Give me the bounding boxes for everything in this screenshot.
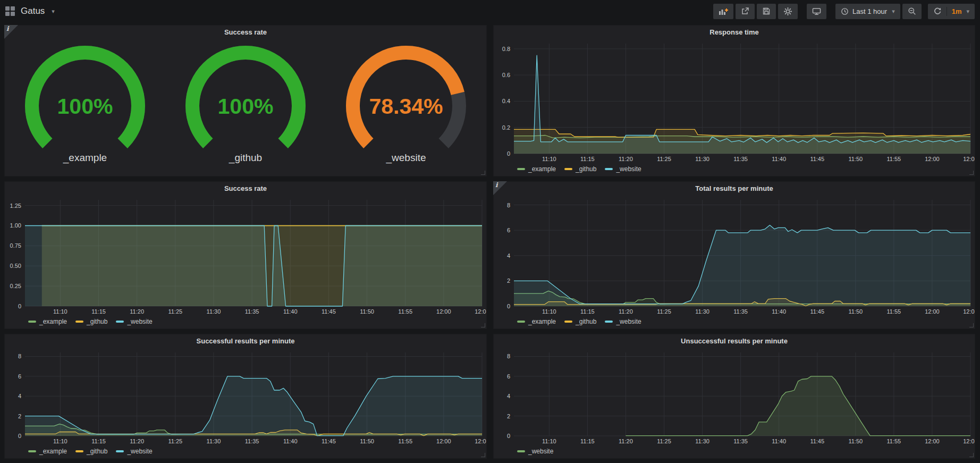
share-button[interactable] [736,4,755,19]
legend-item-_website[interactable]: _website [116,318,152,325]
svg-text:0: 0 [507,433,510,439]
gauge-label: _github [229,152,262,164]
gauge-label: _example [63,152,107,164]
legend-label: _website [616,318,641,325]
panel-info-icon[interactable]: i [4,25,18,39]
panel-unsuccessful-results: Unsuccessful results per minute 0246811:… [493,334,975,459]
dashboard-title-caret-icon[interactable]: ▾ [52,8,55,15]
legend-item-_github[interactable]: _github [564,165,596,173]
chart-legend: _website [494,445,975,458]
legend-color-dash [517,168,525,170]
svg-text:11:15: 11:15 [580,438,595,444]
svg-text:0.8: 0.8 [502,46,510,52]
legend-item-_github[interactable]: _github [75,318,107,325]
svg-text:11:45: 11:45 [322,438,336,444]
gauge-_website: 78.34%_website [336,42,476,164]
panel-title[interactable]: Unsuccessful results per minute [494,334,975,348]
panel-resize-handle[interactable] [969,323,974,327]
svg-text:11:10: 11:10 [542,308,556,315]
chart-canvas[interactable]: 00.250.500.751.001.2511:1011:1511:2011:2… [5,195,486,316]
panel-success-rate-gauges: i Success rate 100%_example100%_github78… [4,25,487,176]
gauge-arc: 78.34% [336,42,476,151]
legend-color-dash [116,450,124,452]
legend-item-_example[interactable]: _example [28,448,67,455]
svg-text:11:45: 11:45 [810,156,824,162]
svg-text:11:25: 11:25 [657,438,671,444]
svg-text:11:20: 11:20 [619,308,633,315]
legend-item-_github[interactable]: _github [564,318,596,325]
chart-canvas[interactable]: 0246811:1011:1511:2011:2511:3011:3511:40… [5,348,486,445]
panel-resize-handle[interactable] [481,453,485,457]
zoom-out-button[interactable] [902,4,922,19]
svg-text:0: 0 [18,303,21,309]
svg-text:11:35: 11:35 [245,438,259,444]
svg-text:11:30: 11:30 [207,438,221,444]
panel-title[interactable]: Response time [494,26,975,39]
svg-text:11:10: 11:10 [542,156,556,162]
svg-text:11:20: 11:20 [130,308,144,315]
add-panel-button[interactable] [713,4,733,19]
panel-title[interactable]: Success rate [5,182,486,195]
refresh-interval-caret-icon[interactable]: ▾ [966,8,969,15]
panel-resize-handle[interactable] [969,171,974,175]
legend-item-_github[interactable]: _github [75,448,107,455]
refresh-button-group[interactable]: 1m ▾ [928,4,975,19]
legend-color-dash [75,321,83,323]
legend-color-dash [517,450,525,452]
legend-item-_website[interactable]: _website [517,448,553,455]
gauge-label: _website [386,152,426,164]
svg-text:11:25: 11:25 [657,156,671,162]
svg-text:11:30: 11:30 [695,438,709,444]
panel-resize-handle[interactable] [481,323,485,327]
dashboard-title[interactable]: Gatus [21,6,45,16]
legend-label: _example [39,318,67,325]
button-divider [947,7,947,16]
svg-text:11:40: 11:40 [283,308,298,315]
svg-text:12:00: 12:00 [925,308,940,315]
svg-text:11:50: 11:50 [360,438,374,444]
chart-canvas[interactable]: 0246811:1011:1511:2011:2511:3011:3511:40… [494,195,975,316]
save-button[interactable] [757,4,776,19]
svg-text:11:20: 11:20 [130,438,144,444]
chart-canvas[interactable]: 00.20.40.60.811:1011:1511:2011:2511:3011… [494,39,975,163]
gauge-value: 78.34% [369,94,443,119]
svg-text:11:30: 11:30 [695,156,709,162]
settings-button[interactable] [778,4,798,19]
tv-mode-button[interactable] [807,4,826,19]
dashboards-grid-icon[interactable] [5,6,15,16]
legend-item-_example[interactable]: _example [28,318,67,325]
panel-resize-handle[interactable] [969,453,974,457]
legend-item-_example[interactable]: _example [517,165,556,173]
gear-icon [783,7,792,16]
svg-text:11:10: 11:10 [53,438,67,444]
svg-text:0.75: 0.75 [10,242,21,249]
svg-text:11:25: 11:25 [168,308,182,315]
time-range-label: Last 1 hour [852,7,887,15]
legend-label: _website [528,448,553,455]
svg-text:1.00: 1.00 [10,222,21,229]
panel-info-icon[interactable]: i [493,181,507,195]
gauge-value: 100% [218,94,274,119]
time-range-button[interactable]: Last 1 hour ▾ [835,4,900,19]
panel-title[interactable]: Total results per minute [494,182,975,195]
svg-text:11:35: 11:35 [733,438,748,444]
legend-color-dash [517,321,525,323]
panel-resize-handle[interactable] [481,171,485,175]
svg-text:11:35: 11:35 [245,308,259,315]
legend-item-_website[interactable]: _website [605,318,641,325]
svg-text:4: 4 [507,393,510,399]
legend-item-_website[interactable]: _website [116,448,152,455]
legend-item-_website[interactable]: _website [605,165,641,173]
svg-text:11:35: 11:35 [733,308,748,315]
refresh-interval-label[interactable]: 1m [952,7,962,15]
svg-text:12:00: 12:00 [436,438,451,444]
panel-title[interactable]: Successful results per minute [5,334,486,348]
panel-success-rate-series: Success rate 00.250.500.751.001.2511:101… [4,181,487,329]
chart-canvas[interactable]: 0246811:1011:1511:2011:2511:3011:3511:40… [494,348,975,445]
legend-color-dash [564,321,572,323]
panel-title[interactable]: Success rate [5,26,486,39]
svg-text:12:00: 12:00 [925,438,940,444]
svg-text:12:05: 12:05 [475,438,486,444]
legend-color-dash [605,321,613,323]
legend-item-_example[interactable]: _example [517,318,556,325]
